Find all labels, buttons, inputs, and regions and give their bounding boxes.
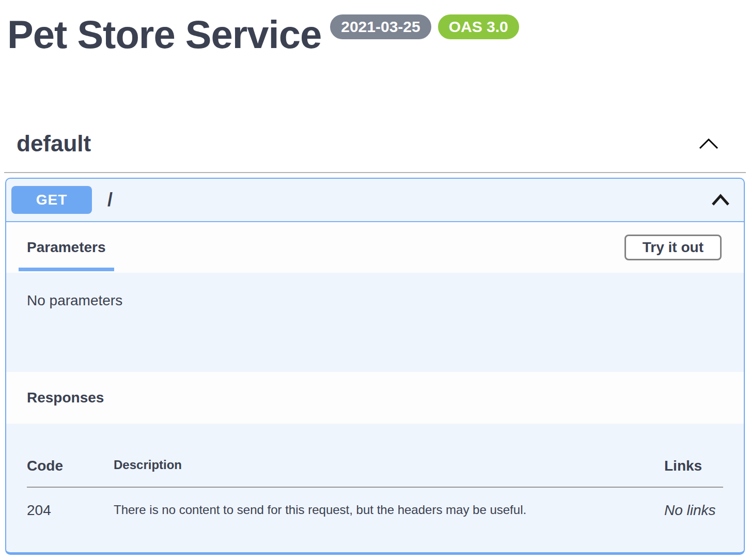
column-header-links: Links [664,424,723,488]
response-row-description: There is no content to send for this req… [114,488,664,519]
tag-divider [4,172,746,173]
responses-title: Responses [27,390,104,406]
api-title: Pet Store Service [7,14,321,55]
no-parameters-message: No parameters [27,292,723,309]
oas-version-badge: OAS 3.0 [438,14,519,39]
opblock-get-root: GET / Parameters Try it out No parameter… [5,178,745,555]
response-row-code: 204 [27,488,114,519]
responses-table: Code Description Links 204 There is no c… [27,424,723,519]
column-header-description: Description [114,424,664,488]
api-header: Pet Store Service 2021-03-25 OAS 3.0 [0,0,750,55]
chevron-up-icon[interactable] [711,193,730,207]
parameters-body: No parameters [6,273,744,372]
responses-section-header: Responses [6,372,744,424]
try-it-out-button[interactable]: Try it out [624,235,722,260]
operation-summary[interactable]: GET / [6,179,744,222]
tab-parameters-label: Parameters [27,239,106,256]
api-badges: 2021-03-25 OAS 3.0 [330,14,519,39]
operation-path: / [107,189,113,211]
column-header-code: Code [27,424,114,488]
parameters-section-header: Parameters Try it out [6,222,744,273]
version-badge: 2021-03-25 [330,14,431,39]
tag-title: default [17,131,91,157]
tab-parameters[interactable]: Parameters [19,222,114,273]
tag-section-default[interactable]: default [0,131,750,156]
response-row-links: No links [664,488,723,519]
responses-body: Code Description Links 204 There is no c… [6,424,744,552]
try-it-out-wrap: Try it out [624,222,722,273]
http-method-button[interactable]: GET [11,186,92,214]
chevron-up-icon[interactable] [698,137,719,150]
